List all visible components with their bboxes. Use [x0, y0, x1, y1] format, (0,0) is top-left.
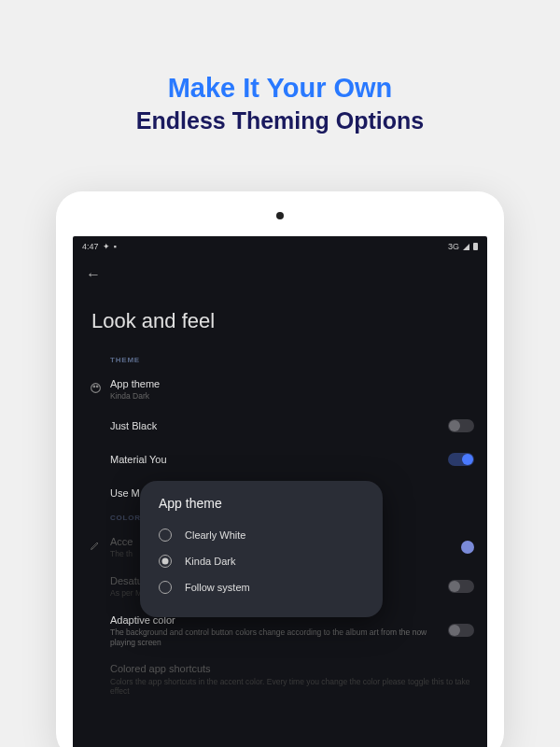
toggle-adaptive[interactable] [448, 624, 474, 637]
radio-icon [159, 555, 172, 568]
page-title: Look and feel [73, 292, 487, 352]
toggle-desaturated[interactable] [448, 580, 474, 593]
status-chat-icon: ✦ [103, 242, 110, 251]
radio-label: Follow system [185, 582, 250, 593]
accent-color-dot[interactable] [461, 541, 474, 554]
svg-point-1 [93, 386, 95, 388]
dialog-title: App theme [159, 496, 364, 511]
hero-title: Make It Your Own [0, 73, 560, 104]
app-screen: 4:47 ✦ ▪ 3G ← Look and feel THEME App th… [73, 236, 487, 747]
section-label-theme: THEME [73, 352, 487, 370]
status-time: 4:47 [82, 242, 99, 251]
setting-sub: Colors the app shortcuts in the accent c… [110, 677, 474, 697]
camera-dot [276, 212, 284, 219]
setting-title: App theme [110, 377, 474, 390]
status-network: 3G [448, 242, 459, 251]
setting-sub: Kinda Dark [110, 391, 474, 402]
app-theme-dialog: App theme Clearly White Kinda Dark Follo… [140, 481, 383, 617]
setting-material-you[interactable]: Material You [73, 443, 487, 476]
radio-option-follow-system[interactable]: Follow system [159, 574, 364, 600]
battery-icon [473, 243, 478, 250]
status-bar: 4:47 ✦ ▪ 3G [73, 236, 487, 257]
palette-icon [90, 382, 110, 397]
status-notif-icon: ▪ [114, 242, 117, 251]
back-button[interactable]: ← [73, 257, 487, 292]
radio-label: Kinda Dark [185, 556, 235, 567]
toggle-material-you[interactable] [448, 453, 474, 466]
setting-title: Material You [110, 453, 441, 466]
toggle-just-black[interactable] [448, 419, 474, 432]
hero-banner: Make It Your Own Endless Theming Options [0, 0, 560, 162]
svg-point-2 [96, 386, 98, 388]
radio-option-kinda-dark[interactable]: Kinda Dark [159, 548, 364, 574]
setting-app-theme[interactable]: App theme Kinda Dark [73, 370, 487, 409]
svg-point-0 [91, 384, 101, 393]
radio-label: Clearly White [185, 529, 245, 541]
setting-shortcuts[interactable]: Colored app shortcuts Colors the app sho… [73, 655, 487, 704]
pencil-icon [90, 540, 110, 554]
radio-icon [159, 529, 172, 542]
hero-subtitle: Endless Theming Options [0, 107, 560, 134]
setting-just-black[interactable]: Just Black [73, 409, 487, 443]
radio-option-clearly-white[interactable]: Clearly White [159, 522, 364, 548]
setting-title: Just Black [110, 419, 441, 432]
signal-icon [463, 244, 469, 250]
setting-title: Colored app shortcuts [110, 662, 474, 675]
radio-icon [159, 581, 172, 594]
tablet-frame: 4:47 ✦ ▪ 3G ← Look and feel THEME App th… [56, 191, 504, 747]
setting-sub: The background and control button colors… [110, 627, 441, 647]
